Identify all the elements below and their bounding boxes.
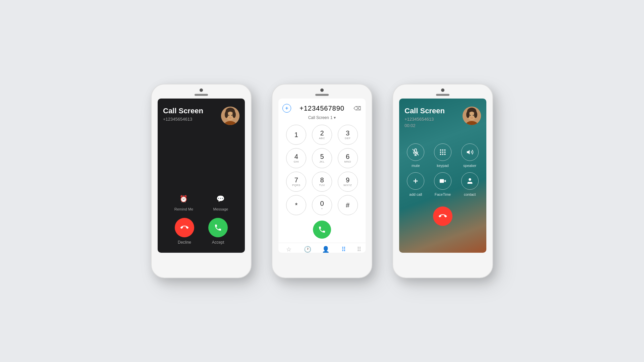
svg-rect-25 [440, 154, 441, 155]
add-call-action[interactable]: add call [405, 172, 427, 196]
screen-dialer: + +1234567890 ⌫ Call Screen 1 ▾ 1 2ABC 3… [278, 99, 366, 253]
key-6[interactable]: 6MNO [338, 148, 358, 168]
nav-keypad[interactable]: ⠿ Keypad [338, 246, 349, 253]
svg-point-12 [474, 111, 477, 118]
screen-active: Call Screen +12345654613 00:02 [399, 99, 486, 253]
svg-rect-26 [442, 154, 443, 155]
facetime-action[interactable]: FaceTime [432, 172, 454, 196]
dialer-top: + +1234567890 ⌫ [278, 99, 366, 115]
sim-selector[interactable]: Call Screen 1 ▾ [278, 115, 366, 123]
key-5[interactable]: 5JKL [312, 148, 332, 168]
keypad-grid: 1 2ABC 3DEF 4GHI 5JKL 6MNO 7PQRS 8TUV 9W… [278, 123, 366, 219]
phone-top-3 [393, 84, 492, 96]
phone-number-1: +12345654613 [163, 117, 203, 122]
svg-marker-32 [444, 180, 446, 182]
svg-point-11 [466, 111, 470, 118]
facetime-label: FaceTime [435, 192, 451, 196]
key-2[interactable]: 2ABC [312, 125, 332, 145]
camera-2 [320, 88, 324, 92]
keypad-action-circle [434, 143, 451, 161]
svg-rect-19 [440, 149, 441, 151]
key-0[interactable]: 0+ [312, 195, 332, 215]
contacts-icon: 👤 [322, 246, 329, 253]
message-action[interactable]: 💬 Message [213, 192, 228, 211]
speaker-1 [195, 94, 208, 96]
mute-action[interactable]: mute [405, 143, 427, 168]
phone-top-2 [272, 84, 372, 96]
sim-label: Call Screen [308, 115, 329, 120]
accept-label: Accept [212, 240, 224, 245]
keypad-icon: ⠿ [341, 246, 346, 253]
contact-action[interactable]: contact [459, 172, 481, 196]
decline-circle [175, 218, 194, 237]
svg-point-6 [228, 115, 229, 116]
active-actions: mute keypad [399, 133, 486, 200]
accept-button[interactable]: Accept [208, 218, 228, 245]
add-call-label: add call [409, 192, 422, 196]
phone-incoming: Call Screen +12345654613 [151, 84, 252, 278]
dark-spacer [158, 130, 245, 192]
end-call-container [399, 200, 486, 231]
svg-point-3 [225, 111, 228, 118]
call-header-3: Call Screen +12345654613 00:02 [399, 99, 486, 133]
dial-button[interactable] [313, 221, 331, 239]
keypad-action-label: keypad [437, 164, 448, 168]
number-display[interactable]: +1234567890 [294, 105, 350, 112]
decline-button[interactable]: Decline [175, 218, 194, 245]
call-buttons: Decline Accept [158, 218, 245, 253]
svg-point-4 [232, 111, 236, 118]
favourites-icon: ☆ [286, 246, 291, 253]
call-info-1: Call Screen +12345654613 [163, 107, 203, 122]
add-contact-button[interactable]: + [282, 104, 291, 113]
facetime-circle [434, 172, 451, 190]
backspace-button[interactable]: ⌫ [353, 104, 362, 113]
mute-label: mute [412, 164, 420, 168]
contact-name-1: Call Screen [163, 107, 203, 115]
contact-name-3: Call Screen [405, 107, 445, 115]
avatar-3 [463, 107, 481, 125]
svg-point-15 [473, 115, 474, 116]
keypad-action[interactable]: keypad [432, 143, 454, 168]
svg-rect-22 [440, 152, 441, 153]
dial-button-container [278, 219, 366, 243]
key-7[interactable]: 7PQRS [286, 172, 306, 192]
recents-icon: 🕐 [304, 246, 311, 253]
key-star[interactable]: * [286, 195, 306, 215]
speaker-action[interactable]: speaker [459, 143, 481, 168]
key-9[interactable]: 9WXYZ [338, 172, 358, 192]
accept-circle [208, 218, 228, 237]
svg-point-7 [231, 115, 232, 116]
bottom-nav: ☆ Favourites 🕐 Recents 👤 Contacts ⠿ Keyp… [278, 243, 366, 253]
camera-1 [200, 88, 203, 92]
nav-favourites[interactable]: ☆ Favourites [282, 246, 296, 253]
key-4[interactable]: 4GHI [286, 148, 306, 168]
screen-incoming: Call Screen +12345654613 [158, 99, 245, 253]
remind-icon: ⏰ [177, 192, 190, 205]
nav-contacts[interactable]: 👤 Contacts [320, 246, 332, 253]
nav-recents[interactable]: 🕐 Recents [302, 246, 313, 253]
key-8[interactable]: 8TUV [312, 172, 332, 192]
svg-rect-23 [442, 152, 443, 153]
message-label: Message [213, 207, 228, 211]
svg-point-33 [469, 178, 471, 181]
svg-rect-27 [444, 154, 446, 155]
call-actions-top: ⏰ Remind Me 💬 Message [158, 192, 245, 211]
svg-rect-20 [442, 149, 443, 151]
key-hash[interactable]: # [338, 195, 358, 215]
call-header-1: Call Screen +12345654613 [158, 99, 245, 130]
phone-active: Call Screen +12345654613 00:02 [392, 84, 493, 278]
call-timer: 00:02 [405, 123, 445, 128]
speaker-3 [436, 94, 449, 96]
decline-label: Decline [178, 240, 191, 245]
speaker-action-circle [461, 143, 479, 161]
call-info-3: Call Screen +12345654613 00:02 [405, 107, 445, 128]
nav-apps[interactable]: ⠿ Apps [356, 246, 363, 253]
key-1[interactable]: 1 [286, 125, 306, 145]
phone-number-3: +12345654613 [405, 117, 445, 122]
mute-circle [407, 143, 424, 161]
svg-rect-21 [444, 149, 446, 151]
remind-me-action[interactable]: ⏰ Remind Me [174, 192, 193, 211]
key-3[interactable]: 3DEF [338, 125, 358, 145]
svg-rect-31 [440, 179, 444, 183]
end-call-button[interactable] [433, 206, 452, 226]
